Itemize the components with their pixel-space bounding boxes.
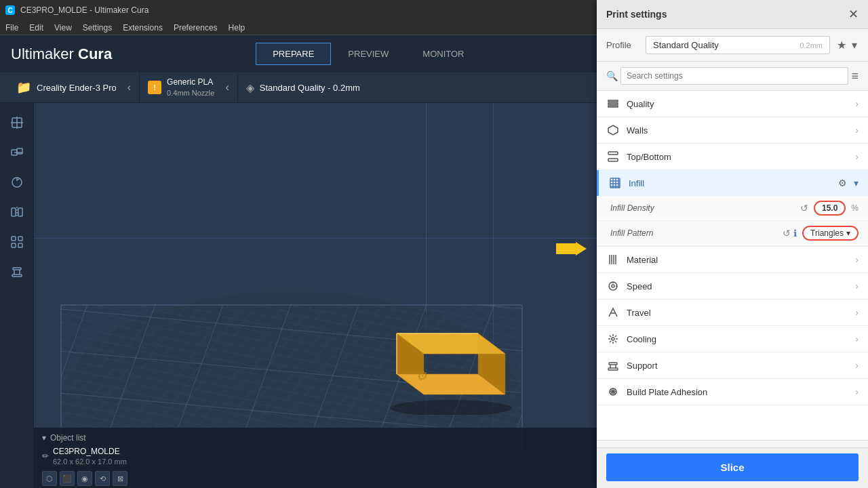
obj-action-4[interactable]: ⟲	[95, 471, 110, 486]
sidebar-icon-mirror[interactable]	[5, 201, 28, 224]
travel-icon	[606, 306, 620, 319]
profile-label: Profile	[606, 40, 640, 50]
menu-edit[interactable]: Edit	[29, 23, 43, 33]
category-cooling[interactable]: Cooling ›	[597, 326, 868, 352]
quality-text: Standard Quality - 0.2mm	[260, 83, 360, 93]
quality-arrow: ›	[855, 98, 859, 109]
category-speed[interactable]: Speed ›	[597, 273, 868, 300]
svg-rect-14	[12, 274, 22, 277]
menu-view[interactable]: View	[54, 23, 72, 33]
infill-expand-arrow: ▾	[854, 178, 859, 188]
infill-density-row: Infill Density ↺ 15.0 %	[597, 196, 868, 221]
window-title: CE3PRO_MOLDE - Ultimaker Cura	[20, 5, 149, 15]
chevron-down-icon: ▾	[42, 433, 46, 443]
svg-point-53	[612, 338, 614, 340]
slice-button[interactable]: Slice	[606, 453, 859, 481]
category-support[interactable]: Support ›	[597, 352, 868, 379]
svg-rect-7	[12, 208, 16, 216]
infill-density-reset[interactable]: ↺	[800, 203, 808, 214]
category-quality[interactable]: Quality ›	[597, 91, 868, 117]
svg-point-22	[390, 400, 512, 415]
infill-pattern-value: Triangles	[810, 228, 844, 238]
material-name: Generic PLA	[167, 77, 214, 88]
3d-model[interactable]: ⚙	[376, 320, 526, 417]
object-name: CE3PRO_MOLDE	[53, 447, 127, 456]
walls-arrow: ›	[855, 125, 859, 136]
infill-cat-icon	[608, 176, 622, 190]
infill-gear-icon[interactable]: ⚙	[838, 178, 847, 188]
menu-settings[interactable]: Settings	[83, 23, 112, 33]
infill-pattern-info[interactable]: ℹ	[793, 228, 797, 239]
svg-rect-35	[608, 152, 618, 155]
svg-rect-8	[18, 208, 22, 216]
main-area: ⚙ ▾ Object list ✏ CE3PRO_MOLDE 62.0 x 62…	[0, 103, 868, 488]
buildplate-arrow: ›	[855, 386, 859, 397]
category-travel[interactable]: Travel ›	[597, 300, 868, 326]
quality-icon: ◈	[246, 81, 254, 94]
sidebar-icon-rotate[interactable]	[5, 171, 28, 194]
nav-tabs: PREPARE PREVIEW MONITOR	[256, 43, 481, 65]
profile-favorite-btn[interactable]: ★	[835, 37, 848, 53]
print-settings-panel: Print settings ✕ Profile Standard Qualit…	[597, 0, 868, 488]
menu-preferences[interactable]: Preferences	[174, 23, 218, 33]
svg-marker-34	[608, 125, 618, 135]
obj-action-5[interactable]: ⊠	[113, 471, 127, 486]
category-topbottom[interactable]: Top/Bottom ›	[597, 144, 868, 170]
printer-name: Creality Ender-3 Pro	[37, 83, 117, 93]
tab-prepare[interactable]: PREPARE	[256, 43, 331, 65]
printer-folder-icon: 📁	[16, 80, 31, 95]
infill-section: Infill ⚙ ▾ Infill Density ↺ 15.0 % Infil…	[597, 170, 868, 247]
travel-label: Travel	[627, 308, 848, 318]
profile-dropdown-btn[interactable]: ▾	[850, 37, 859, 53]
svg-line-60	[615, 336, 616, 337]
svg-rect-10	[12, 237, 16, 241]
material-sub: 0.4mm Nozzle	[167, 88, 214, 98]
search-input[interactable]	[620, 67, 848, 85]
tab-preview[interactable]: PREVIEW	[331, 43, 406, 65]
topbottom-label: Top/Bottom	[627, 152, 848, 162]
printer-arrow[interactable]: ‹	[127, 81, 131, 94]
menu-help[interactable]: Help	[229, 23, 245, 33]
walls-icon	[606, 123, 620, 137]
sidebar-icon-move[interactable]	[5, 111, 28, 134]
category-material[interactable]: Material ›	[597, 247, 868, 273]
category-walls[interactable]: Walls ›	[597, 117, 868, 144]
ps-profile-row: Profile Standard Quality 0.2mm ★ ▾	[597, 29, 868, 62]
svg-rect-33	[608, 106, 618, 107]
profile-select[interactable]: Standard Quality 0.2mm	[646, 36, 830, 54]
sidebar-icon-group[interactable]	[5, 230, 28, 253]
app-logo: Ultimaker Cura	[11, 45, 112, 63]
settings-menu-btn[interactable]: ≡	[851, 69, 859, 83]
quality-icon	[606, 97, 620, 110]
material-arrow[interactable]: ‹	[225, 81, 229, 94]
material-label: Material	[627, 255, 848, 265]
infill-header[interactable]: Infill ⚙ ▾	[597, 170, 868, 196]
sidebar-icon-support[interactable]	[5, 260, 28, 283]
printer-section: 📁 Creality Ender-3 Pro ‹	[8, 73, 140, 102]
infill-pattern-row: Infill Pattern ↺ ℹ Triangles ▾	[597, 221, 868, 246]
infill-pattern-reset[interactable]: ↺	[783, 228, 791, 239]
quality-label: Quality	[627, 99, 848, 109]
obj-action-3[interactable]: ◉	[77, 471, 92, 486]
topbottom-icon	[606, 150, 620, 163]
obj-action-1[interactable]: ⬡	[42, 471, 57, 486]
material-arrow-right: ›	[855, 254, 859, 265]
app-icon: C	[5, 5, 15, 15]
sidebar-icon-scale[interactable]	[5, 141, 28, 164]
ps-close-button[interactable]: ✕	[848, 7, 859, 22]
tab-monitor[interactable]: MONITOR	[406, 43, 481, 65]
ps-search-bar: 🔍 ≡	[597, 62, 868, 91]
travel-arrow: ›	[855, 307, 859, 318]
menu-extensions[interactable]: Extensions	[123, 23, 163, 33]
material-info: Generic PLA 0.4mm Nozzle	[167, 77, 214, 98]
obj-action-2[interactable]: ⬛	[60, 471, 75, 486]
infill-density-value[interactable]: 15.0	[814, 201, 846, 216]
menu-file[interactable]: File	[5, 23, 18, 33]
speed-arrow: ›	[855, 281, 859, 291]
infill-pattern-actions: ↺ ℹ	[783, 228, 797, 239]
cooling-arrow: ›	[855, 333, 859, 344]
category-buildplate[interactable]: Build Plate Adhesion ›	[597, 379, 868, 405]
infill-pattern-select[interactable]: Triangles ▾	[802, 226, 859, 241]
support-icon	[606, 359, 620, 372]
svg-line-59	[615, 341, 616, 342]
